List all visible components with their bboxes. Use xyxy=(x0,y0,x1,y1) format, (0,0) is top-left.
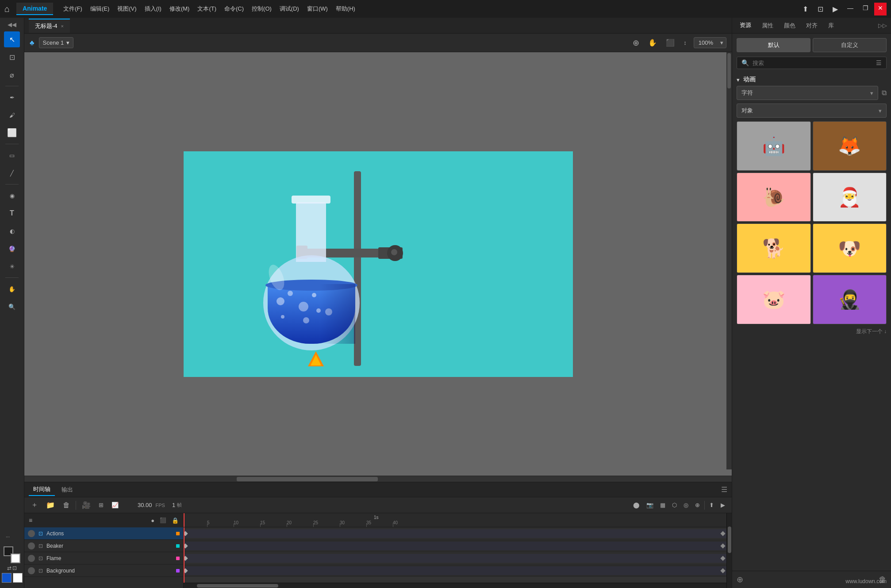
publish-icon[interactable]: ⬆ xyxy=(799,3,812,15)
search-input[interactable] xyxy=(753,60,872,66)
motion-tween-btn[interactable]: ⊕ xyxy=(693,500,702,510)
stage-color-blue[interactable] xyxy=(2,573,12,583)
gradient-tool[interactable]: ◐ xyxy=(4,223,20,239)
layer-row-actions[interactable]: ⊡ Actions xyxy=(24,527,183,540)
onion-skin-btn[interactable]: ⬤ xyxy=(631,500,642,510)
zoom-dropdown-arrow[interactable]: ▾ xyxy=(718,38,726,48)
document-tab[interactable]: 无标题-4 × xyxy=(29,19,70,33)
delete-layer-btn[interactable]: 🗑 xyxy=(61,500,72,511)
show-more[interactable]: 显示下一个 ↓ xyxy=(737,324,887,339)
menu-help[interactable]: 帮助(H) xyxy=(332,3,359,15)
rotate-icon[interactable]: ↕ xyxy=(682,38,688,48)
insert-frame-btn[interactable]: ▦ xyxy=(658,500,668,510)
menu-command[interactable]: 命令(C) xyxy=(221,3,247,15)
line-tool[interactable]: ╱ xyxy=(4,165,20,181)
reset-colors-icon[interactable]: ⊡ xyxy=(12,565,17,571)
asset-dog-run[interactable]: 🐕 xyxy=(737,223,811,273)
layer-visibility-toggle[interactable] xyxy=(28,542,35,550)
track-actions[interactable] xyxy=(184,527,726,540)
layer-visibility-icon[interactable]: ● xyxy=(151,517,154,524)
track-background[interactable] xyxy=(184,565,726,577)
tab-output[interactable]: 输出 xyxy=(57,484,77,496)
stage-color-white[interactable] xyxy=(13,573,23,583)
asset-mummy[interactable]: 🤖 xyxy=(737,121,811,171)
filter-icon[interactable]: ⧉ xyxy=(882,89,887,97)
minimize-btn[interactable]: — xyxy=(844,3,857,15)
rectangle-tool[interactable]: ▭ xyxy=(4,147,20,163)
lasso-tool[interactable]: ⌀ xyxy=(4,67,20,83)
more-tools[interactable]: ··· xyxy=(0,529,16,545)
timeline-menu-icon[interactable]: ☰ xyxy=(721,485,727,494)
asset-dog-stand[interactable]: 🐶 xyxy=(813,223,887,273)
canvas-stage[interactable] xyxy=(24,52,732,476)
home-icon[interactable]: ⌂ xyxy=(4,4,10,14)
hand-tool[interactable]: ✋ xyxy=(4,281,20,297)
layer-visibility-toggle[interactable] xyxy=(28,567,35,574)
menu-file[interactable]: 文件(F) xyxy=(60,3,86,15)
tab-color[interactable]: 颜色 xyxy=(779,19,801,32)
layer-row-background[interactable]: ⊡ Background xyxy=(24,565,183,577)
right-panel-collapse[interactable]: ▷▷ xyxy=(876,20,889,31)
pen-tool[interactable]: ✒ xyxy=(4,89,20,105)
asset-ninja[interactable]: 🥷 xyxy=(813,275,887,324)
stroke-color-swatch[interactable] xyxy=(11,553,20,563)
track-beaker[interactable] xyxy=(184,540,726,552)
play-icon[interactable]: ▶ xyxy=(829,3,841,15)
layer-stack-icon[interactable]: ≡ xyxy=(29,517,32,524)
new-folder-btn[interactable]: 📁 xyxy=(44,500,57,511)
center-stage-icon[interactable]: ⊕ xyxy=(631,36,641,50)
timeline-hscroll[interactable] xyxy=(184,583,726,588)
layer-outline-icon[interactable]: 🔒 xyxy=(172,517,179,524)
export-btn[interactable]: ⬆ xyxy=(707,500,716,510)
menu-debug[interactable]: 调试(D) xyxy=(276,3,303,15)
asset-pig-parachute[interactable]: 🐷 xyxy=(737,275,811,324)
frames-content[interactable] xyxy=(184,527,726,583)
maximize-preview-icon[interactable]: ⊡ xyxy=(814,3,827,15)
add-layer-btn[interactable]: ＋ xyxy=(29,499,40,511)
menu-view[interactable]: 视图(V) xyxy=(114,3,140,15)
menu-control[interactable]: 控制(O) xyxy=(248,3,275,15)
custom-btn[interactable]: 自定义 xyxy=(813,38,887,52)
paint-bucket-tool[interactable]: ◉ xyxy=(4,188,20,204)
layer-lock-icon[interactable]: ⬛ xyxy=(160,517,166,523)
hand-tool-icon[interactable]: ✋ xyxy=(646,37,659,49)
section-collapse-arrow[interactable]: ▾ xyxy=(737,77,740,83)
layer-row-flame[interactable]: ⊡ Flame xyxy=(24,552,183,565)
layer-visibility-toggle[interactable] xyxy=(28,530,35,537)
list-view-icon[interactable]: ☰ xyxy=(876,59,882,66)
character-dropdown[interactable]: 字符 ▾ xyxy=(737,86,878,100)
text-tool[interactable]: T xyxy=(4,205,20,221)
menu-insert[interactable]: 插入(I) xyxy=(141,3,165,15)
doc-tab-close[interactable]: × xyxy=(61,23,64,29)
swap-colors-icon[interactable]: ⇄ xyxy=(7,565,12,571)
track-flame[interactable] xyxy=(184,552,726,565)
layer-visibility-toggle[interactable] xyxy=(28,555,35,562)
restore-btn[interactable]: ❐ xyxy=(859,3,872,15)
tab-timeline[interactable]: 时间轴 xyxy=(29,484,55,496)
tab-library[interactable]: 库 xyxy=(823,19,839,32)
tab-align[interactable]: 对齐 xyxy=(801,19,823,32)
app-tab[interactable]: Animate xyxy=(16,3,53,15)
layer-row-beaker[interactable]: ⊡ Beaker xyxy=(24,540,183,552)
asset-santa[interactable]: 🎅 xyxy=(813,173,887,222)
classic-tween-btn[interactable]: ◎ xyxy=(681,500,691,510)
shape-tween-btn[interactable]: ⬡ xyxy=(670,500,679,510)
clip-region-icon[interactable]: ⬛ xyxy=(664,37,676,49)
collapse-left-icon[interactable]: ◀◀ xyxy=(8,21,16,28)
canvas-hscroll[interactable] xyxy=(24,476,732,482)
play-btn[interactable]: ▶ xyxy=(718,500,727,510)
camera-btn[interactable]: 🎥 xyxy=(80,500,93,511)
subselection-tool[interactable]: ⊡ xyxy=(4,49,20,65)
close-btn[interactable]: ✕ xyxy=(874,3,887,15)
camera-frame-btn[interactable]: 📷 xyxy=(644,500,656,510)
scene-selector[interactable]: Scene 1 ▾ xyxy=(39,37,74,48)
object-dropdown[interactable]: 对象 ▾ xyxy=(737,104,887,118)
tab-properties[interactable]: 属性 xyxy=(757,19,779,32)
menu-text[interactable]: 文本(T) xyxy=(194,3,220,15)
asset-werewolf[interactable]: 🦊 xyxy=(813,121,887,171)
tab-assets[interactable]: 资源 xyxy=(734,19,757,33)
eraser-tool[interactable]: ⬜ xyxy=(4,125,20,141)
menu-modify[interactable]: 修改(M) xyxy=(166,3,193,15)
distribute-btn[interactable]: ⊞ xyxy=(96,500,106,510)
selection-tool[interactable]: ↖ xyxy=(4,31,20,47)
